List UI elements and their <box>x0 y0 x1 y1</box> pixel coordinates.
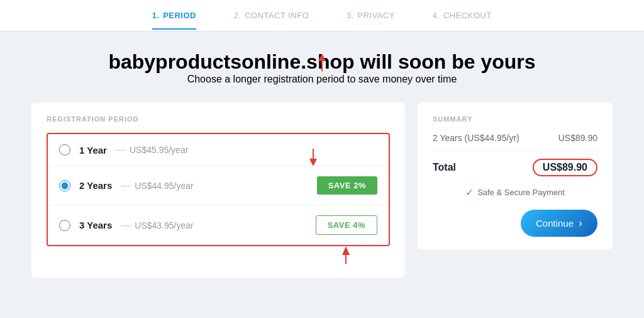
reg-option-1year[interactable]: 1 Year — US$45.95/year <box>48 134 389 166</box>
step-contact-info[interactable]: 2. CONTACT INFO <box>234 11 309 20</box>
hero-subtitle: Choose a longer registration period to s… <box>187 74 457 85</box>
step-checkout[interactable]: 4. CHECKOUT <box>433 11 492 20</box>
reg-3year-price: US$43.95/year <box>135 220 193 230</box>
chevron-right-icon: › <box>579 217 582 230</box>
radio-1year[interactable] <box>59 144 70 156</box>
step-checkout-label: CHECKOUT <box>443 11 492 20</box>
step-contact-label: CONTACT INFO <box>245 11 309 20</box>
step-period-label: PERIOD <box>163 11 196 20</box>
main-content: babyproductsonline.shop will soon be you… <box>0 31 644 297</box>
save-badge-2yr: SAVE 2% <box>317 176 377 195</box>
secure-payment-row: ✓ Safe & Secure Payment <box>433 186 597 198</box>
step-contact-num: 2. <box>234 11 241 20</box>
secure-payment-text: Safe & Secure Payment <box>477 188 565 197</box>
svg-marker-3 <box>309 159 317 166</box>
summary-card: SUMMARY 2 Years (US$44.95/yr) US$89.90 T… <box>418 103 613 249</box>
radio-2years[interactable] <box>59 180 70 191</box>
summary-total-row: Total US$89.90 <box>433 159 597 176</box>
continue-label: Continue <box>536 218 574 229</box>
summary-divider <box>433 150 597 151</box>
svg-marker-5 <box>342 246 350 255</box>
svg-marker-1 <box>318 54 326 61</box>
line-item-label: 2 Years (US$44.95/yr) <box>433 133 519 143</box>
title-suffix: will soon be yours <box>355 50 536 73</box>
reg-section-label: REGISTRATION PERIOD <box>47 115 390 123</box>
total-amount: US$89.90 <box>533 159 597 176</box>
reg-1year-label: 1 Year <box>79 145 107 156</box>
summary-section-label: SUMMARY <box>433 115 597 123</box>
label-2years[interactable]: 2 Years — US$44.95/year <box>79 180 317 191</box>
arrow-up-3yr-icon <box>340 246 352 265</box>
continue-button[interactable]: Continue › <box>521 210 597 237</box>
continue-button-container: Continue › <box>433 210 597 237</box>
subtitle-container: Choose a longer registration period to s… <box>187 74 457 85</box>
registration-card: REGISTRATION PERIOD 1 Year — US$45.95/ye… <box>31 103 405 278</box>
reg-2year-label: 2 Years <box>79 180 112 191</box>
step-privacy-num: 3. <box>347 11 353 20</box>
line-item-value: US$89.90 <box>558 133 597 143</box>
label-1year[interactable]: 1 Year — US$45.95/year <box>79 144 188 156</box>
summary-line-item: 2 Years (US$44.95/yr) US$89.90 <box>433 133 597 143</box>
arrow-up-icon <box>309 54 335 72</box>
reg-3year-label: 3 Years <box>79 220 112 230</box>
radio-3years[interactable] <box>59 220 70 231</box>
step-period-num: 1. <box>152 11 159 20</box>
reg-2year-price: US$44.95/year <box>135 181 193 191</box>
reg-options: 1 Year — US$45.95/year 2 Years — US$44.9… <box>47 133 390 246</box>
stepper: 1. PERIOD 2. CONTACT INFO 3. PRIVACY 4. … <box>0 0 644 31</box>
total-label: Total <box>433 162 456 173</box>
step-checkout-num: 4. <box>433 11 440 20</box>
arrow-below-3yr-container <box>47 246 352 265</box>
arrow-down-2yr-icon <box>307 149 319 166</box>
step-privacy-label: PRIVACY <box>357 11 395 20</box>
reg-option-2years[interactable]: 2 Years — US$44.95/year SAVE 2% <box>48 166 389 205</box>
step-period[interactable]: 1. PERIOD <box>152 11 196 20</box>
shield-icon: ✓ <box>465 186 474 198</box>
reg-1year-price: US$45.95/year <box>130 145 188 155</box>
step-privacy[interactable]: 3. PRIVACY <box>347 11 395 20</box>
columns: REGISTRATION PERIOD 1 Year — US$45.95/ye… <box>31 103 613 278</box>
hero-section: babyproductsonline.shop will soon be you… <box>31 50 613 85</box>
save-badge-3yr: SAVE 4% <box>316 215 377 235</box>
label-3years[interactable]: 3 Years — US$43.95/year <box>79 220 316 231</box>
reg-option-3years[interactable]: 3 Years — US$43.95/year SAVE 4% <box>48 205 389 245</box>
